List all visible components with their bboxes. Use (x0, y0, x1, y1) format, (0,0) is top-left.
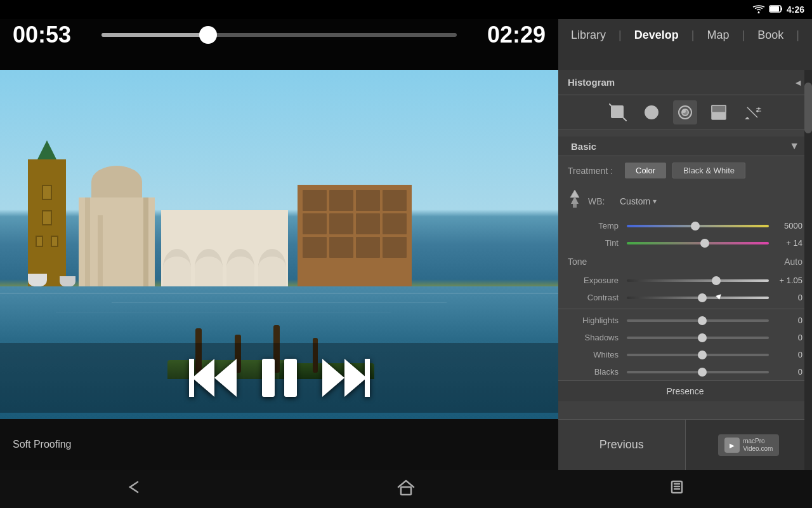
svg-point-19 (683, 110, 685, 112)
shadows-slider[interactable] (627, 337, 769, 339)
whites-slider-row: Whites 0 (558, 346, 812, 363)
dome (91, 166, 142, 197)
spot-heal-tool-icon[interactable] (639, 100, 664, 124)
scroll-thumb[interactable] (804, 83, 812, 133)
svg-rect-11 (365, 359, 370, 397)
wb-dropdown[interactable]: Custom ▾ (620, 196, 657, 206)
brick-building (298, 185, 412, 286)
whites-label: Whites (568, 350, 619, 359)
building-group (28, 159, 412, 286)
svg-marker-4 (192, 359, 214, 397)
svg-rect-33 (401, 487, 411, 495)
tone-header: Tone Auto (558, 251, 812, 272)
video-scrubber[interactable] (102, 33, 457, 37)
svg-rect-8 (284, 359, 297, 397)
contrast-slider-row: Contrast 0 (558, 289, 812, 306)
lr-nav-map[interactable]: Map (707, 29, 729, 42)
tint-label: Tint (568, 238, 619, 248)
svg-rect-2 (781, 7, 782, 10)
blacks-value: 0 (777, 367, 802, 377)
android-nav (0, 470, 812, 508)
bw-button[interactable]: Black & White (672, 163, 745, 178)
wb-row: WB: Custom ▾ (558, 185, 812, 217)
svg-marker-10 (344, 359, 367, 397)
lr-nav-develop[interactable]: Develop (634, 29, 679, 42)
tint-value: + 14 (777, 238, 802, 248)
exposure-slider-row: Exposure + 1.05 (558, 272, 812, 289)
blacks-slider[interactable] (627, 371, 769, 373)
pause-button[interactable] (259, 356, 300, 400)
highlights-slider[interactable] (627, 319, 769, 322)
svg-line-14 (623, 117, 627, 121)
bottom-buttons: Previous ▶ macProVideo.com (558, 419, 812, 470)
previous-button[interactable]: Previous (558, 420, 686, 470)
blacks-slider-row: Blacks 0 (558, 363, 812, 380)
tone-auto-button[interactable]: Auto (784, 257, 802, 267)
brand-text: macProVideo.com (743, 438, 773, 453)
svg-marker-9 (322, 359, 344, 397)
temp-label: Temp (568, 221, 619, 231)
histogram-collapse-icon[interactable]: ◄ (794, 77, 802, 88)
whites-slider[interactable] (627, 354, 769, 356)
lr-nav-book[interactable]: Book (757, 29, 783, 42)
svg-rect-3 (770, 6, 779, 11)
basic-section-header: Basic ▼ (558, 137, 812, 156)
highlights-slider-row: Highlights 0 (558, 312, 812, 329)
scrubber-thumb[interactable] (199, 26, 217, 44)
basic-title: Basic (571, 141, 596, 152)
brand-logo: ▶ macProVideo.com (686, 420, 813, 470)
time-total: 02:29 (469, 22, 546, 48)
contrast-slider[interactable] (627, 297, 769, 299)
shadows-value: 0 (777, 333, 802, 342)
svg-rect-12 (612, 106, 623, 117)
sliders-area: Basic ▼ Treatment : Color Black & White … (558, 130, 812, 419)
video-overlay: 00:53 02:29 (0, 0, 558, 470)
tint-slider-row: Tint + 14 (558, 234, 812, 251)
eyedropper-icon[interactable] (568, 190, 582, 212)
right-panel: Library | Develop | Map | Book | Slidesh… (558, 0, 812, 470)
time-elapsed: 00:53 (13, 22, 89, 48)
recents-button[interactable] (667, 478, 687, 500)
redeye-tool-icon[interactable] (673, 100, 697, 124)
lr-nav-library[interactable]: Library (571, 29, 606, 42)
wb-dropdown-value: Custom (620, 196, 650, 206)
exposure-label: Exposure (568, 276, 619, 285)
graduated-filter-icon[interactable] (707, 100, 731, 124)
treatment-row: Treatment : Color Black & White (558, 156, 812, 185)
time-display: 4:26 (787, 4, 804, 15)
skip-back-button[interactable] (189, 356, 240, 400)
shadows-slider-row: Shadows 0 (558, 329, 812, 346)
temp-value: 5000 (777, 221, 802, 231)
playback-controls (0, 343, 558, 413)
tower-spire (37, 140, 56, 159)
tint-slider[interactable] (627, 242, 769, 244)
soft-proofing-bar: Soft Proofing (0, 419, 558, 470)
color-button[interactable]: Color (625, 163, 666, 178)
temp-slider[interactable] (627, 225, 769, 227)
scroll-indicator[interactable] (804, 70, 812, 470)
svg-rect-6 (189, 359, 194, 397)
highlights-label: Highlights (568, 316, 619, 325)
crop-tool-icon[interactable] (606, 100, 630, 124)
scrubber-track (102, 33, 457, 37)
svg-rect-21 (712, 105, 726, 112)
skip-fwd-button[interactable] (319, 356, 370, 400)
treatment-label: Treatment : (568, 166, 619, 176)
basic-collapse-icon[interactable]: ▼ (789, 140, 799, 152)
contrast-value: 0 (777, 293, 802, 302)
back-button[interactable] (125, 478, 145, 500)
home-button[interactable] (396, 478, 416, 500)
exposure-value: + 1.05 (777, 276, 802, 285)
adjustment-brush-icon[interactable] (740, 100, 764, 124)
svg-text:▶: ▶ (730, 442, 735, 449)
shadows-label: Shadows (568, 333, 619, 342)
blacks-label: Blacks (568, 367, 619, 377)
histogram-title: Histogram (568, 77, 615, 88)
presence-header: Presence (558, 380, 812, 401)
previous-btn-label: Previous (599, 438, 644, 451)
dome-building (79, 197, 155, 286)
wb-label: WB: (588, 196, 613, 206)
whites-value: 0 (777, 350, 802, 359)
exposure-slider[interactable] (627, 279, 769, 282)
highlights-value: 0 (777, 316, 802, 325)
